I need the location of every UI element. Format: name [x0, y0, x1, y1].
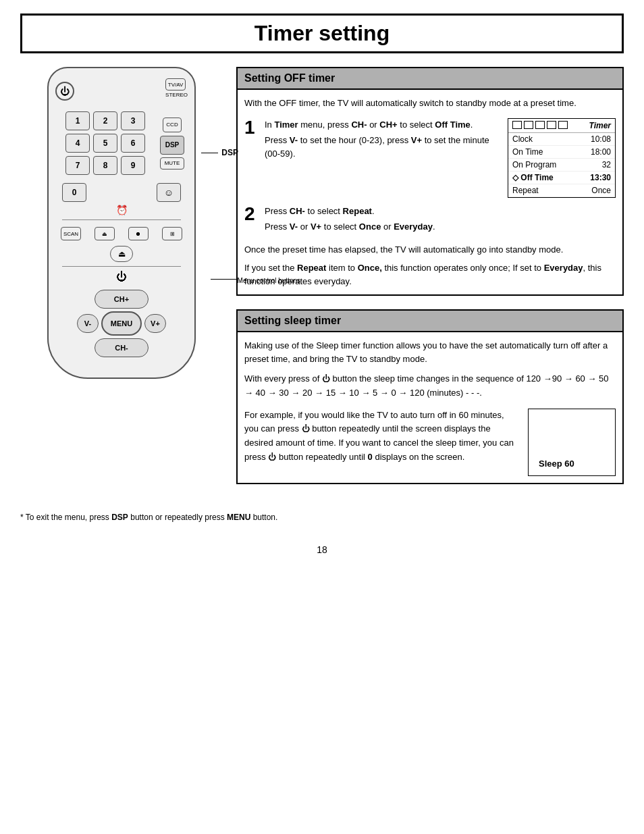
timer-label-clock: Clock: [512, 134, 533, 144]
v-minus-button[interactable]: V-: [77, 314, 99, 333]
step-1-row: In Timer menu, press CH- or CH+ to selec…: [265, 118, 616, 198]
timer-row-offtime: ◇ Off Time 13:30: [508, 172, 615, 184]
timer-header-label: Timer: [589, 121, 611, 130]
footnote-text: * To exit the menu, press DSP button or …: [20, 511, 624, 524]
page-number: 18: [20, 544, 624, 555]
step-2: 2 Press CH- to select Repeat. Press V- o…: [244, 205, 616, 236]
dsp-button[interactable]: DSP: [160, 136, 184, 155]
dsp-mute-group: DSP MUTE: [160, 136, 184, 170]
off-timer-body: With the OFF timer, the TV will automati…: [238, 90, 622, 294]
ch-plus-button[interactable]: CH+: [95, 290, 149, 309]
timer-value-ontime: 18:00: [591, 147, 611, 157]
timer-label-onprogram: On Program: [512, 160, 556, 170]
sleep-clock-icon: ⏰: [116, 205, 128, 215]
main-content: ⏻ TV/AV STEREO 1 2 3 4: [20, 67, 624, 498]
step-1-content: In Timer menu, press CH- or CH+ to selec…: [265, 118, 501, 163]
off-timer-section: Setting OFF timer With the OFF timer, th…: [236, 67, 624, 296]
middle-nav-row: V- MENU V+: [65, 311, 178, 336]
timer-row-onprogram: On Program 32: [508, 159, 615, 172]
off-timer-intro: With the OFF timer, the TV will automati…: [244, 97, 616, 110]
menu-control-label-area: Menu control buttons: [211, 273, 300, 284]
step-2-text2: Press V- or V+ to select Once or Everyda…: [265, 220, 616, 234]
remote-area: ⏻ TV/AV STEREO 1 2 3 4: [20, 67, 223, 498]
menu-control-label: Menu control buttons: [238, 277, 300, 284]
sleep-section-row: For example, if you would like the TV to…: [244, 409, 616, 476]
btn-0[interactable]: 0: [62, 183, 86, 202]
sleep-icon-area: ⏰: [55, 205, 188, 215]
pip-button[interactable]: ⊞: [162, 227, 182, 240]
btn-2[interactable]: 2: [93, 111, 117, 130]
power-button[interactable]: ⏻: [55, 82, 74, 101]
step-1: 1 In Timer menu, press CH- or CH+ to sel…: [244, 118, 616, 198]
number-grid: 1 2 3 4 5 6 7 8 9: [59, 111, 146, 175]
ch-minus-button[interactable]: CH-: [95, 338, 149, 357]
timer-table: Timer Clock 10:08 On Time 18:00: [508, 118, 616, 198]
sq-4: [547, 121, 556, 129]
scan-button[interactable]: SCAN: [61, 227, 81, 240]
right-buttons-area: CCD DSP MUTE: [160, 118, 184, 170]
sleep-display-box: Sleep 60: [528, 409, 616, 476]
footnote: * To exit the menu, press DSP button or …: [20, 511, 624, 524]
mute-button[interactable]: MUTE: [160, 157, 184, 170]
btn-5[interactable]: 5: [93, 134, 117, 153]
step-1-number: 1: [244, 118, 258, 198]
small-btn-2[interactable]: ⏺: [128, 227, 149, 240]
timer-table-header: Timer: [508, 119, 615, 133]
sleep-timer-body: Making use of the Sleep timer function a…: [238, 332, 622, 483]
timer-row-ontime: On Time 18:00: [508, 146, 615, 159]
remote-control: ⏻ TV/AV STEREO 1 2 3 4: [47, 67, 196, 379]
remote-wrapper: ⏻ TV/AV STEREO 1 2 3 4: [20, 67, 223, 379]
power-icon: ⏻: [60, 86, 70, 97]
timer-value-offtime: 13:30: [590, 173, 611, 182]
remote-top-row: ⏻ TV/AV STEREO: [55, 78, 188, 101]
divider-2: [62, 266, 181, 267]
btn-3[interactable]: 3: [121, 111, 145, 130]
sleep-display-text: Sleep 60: [539, 459, 574, 469]
sq-2: [524, 121, 533, 129]
btn-1[interactable]: 1: [65, 111, 90, 130]
timer-squares: [512, 121, 568, 130]
step-2-content: Press CH- to select Repeat. Press V- or …: [265, 205, 616, 236]
tv-av-button[interactable]: TV/AV: [165, 78, 186, 90]
page-title: Timer setting: [20, 14, 624, 53]
menu-button[interactable]: MENU: [101, 311, 142, 336]
btn-symbol[interactable]: ☺: [157, 183, 181, 202]
step-2-text1: Press CH- to select Repeat.: [265, 205, 616, 218]
sleep-example-text: For example, if you would like the TV to…: [244, 409, 518, 465]
dsp-label-text: DSP: [221, 148, 238, 157]
tv-av-area: TV/AV STEREO: [165, 78, 188, 98]
timer-row-repeat: Repeat Once: [508, 184, 615, 197]
timer-label-repeat: Repeat: [512, 186, 539, 195]
dsp-outside-label: DSP: [201, 148, 238, 157]
timer-row-clock: Clock 10:08: [508, 133, 615, 146]
page: Timer setting ⏻ TV/AV STEREO: [0, 0, 644, 834]
nav-section: CH+ V- MENU V+ CH-: [55, 290, 188, 357]
sleep-timer-title: Setting sleep timer: [238, 311, 622, 332]
step-1-text2: Press V- to set the hour (0-23), press V…: [265, 134, 501, 160]
dsp-line: [201, 153, 218, 153]
sleep-sequence-text: With every press of ⏻ button the sleep t…: [244, 372, 616, 400]
btn-4[interactable]: 4: [65, 134, 90, 153]
sq-1: [512, 121, 522, 129]
power-center-icon: ⏻: [116, 271, 127, 282]
btn-6[interactable]: 6: [121, 134, 145, 153]
sleep-example-para: For example, if you would like the TV to…: [244, 409, 518, 465]
zero-row: 0 ☺: [55, 183, 188, 202]
step-1-text1: In Timer menu, press CH- or CH+ to selec…: [265, 118, 501, 132]
v-plus-button[interactable]: V+: [144, 314, 166, 333]
timer-value-onprogram: 32: [602, 160, 611, 170]
eject-button[interactable]: ⏏: [110, 246, 133, 262]
small-btn-1[interactable]: ⏏: [95, 227, 115, 240]
step-2-number: 2: [244, 205, 258, 236]
ccd-button[interactable]: CCD: [163, 118, 182, 132]
note-1: Once the preset time has elapsed, the TV…: [244, 243, 616, 257]
off-timer-title: Setting OFF timer: [238, 68, 622, 90]
timer-value-repeat: Once: [591, 186, 611, 195]
btn-9[interactable]: 9: [121, 156, 145, 175]
timer-value-clock: 10:08: [591, 134, 611, 144]
sq-3: [535, 121, 545, 129]
middle-buttons-row: SCAN ⏏ ⏺ ⊞: [55, 224, 188, 243]
timer-label-offtime: ◇ Off Time: [512, 173, 554, 182]
btn-7[interactable]: 7: [65, 156, 90, 175]
btn-8[interactable]: 8: [93, 156, 117, 175]
